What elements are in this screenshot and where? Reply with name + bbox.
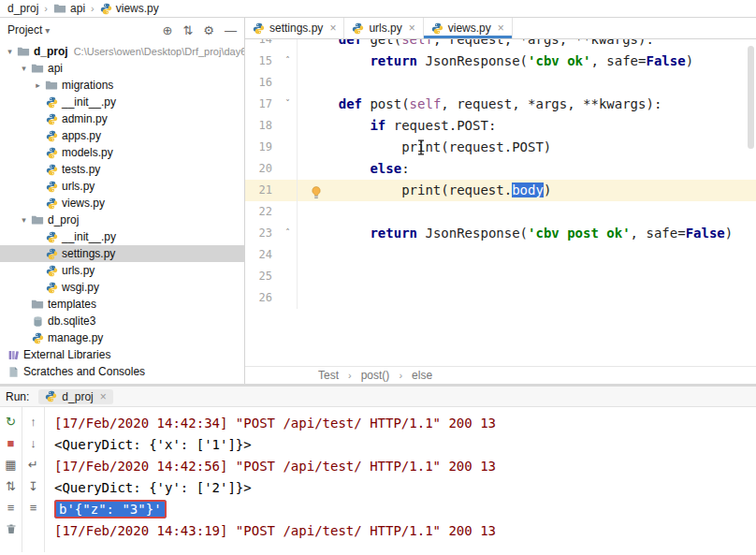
- editor-tab-settings.py[interactable]: settings.py×: [245, 18, 344, 38]
- close-icon[interactable]: ×: [100, 390, 107, 403]
- line-number[interactable]: 25: [245, 266, 279, 287]
- editor-tab-urls.py[interactable]: urls.py×: [344, 18, 423, 38]
- clear-all-icon[interactable]: [6, 523, 17, 536]
- down-stack-trace-icon[interactable]: ↓: [30, 437, 36, 449]
- nav-crumb-views.py[interactable]: views.py: [98, 2, 161, 15]
- tree-item-Scratches-and-Consoles[interactable]: Scratches and Consoles: [0, 363, 244, 380]
- console-output[interactable]: [17/Feb/2020 14:42:34] "POST /api/test/ …: [45, 407, 756, 552]
- code-line-26[interactable]: 26: [245, 287, 756, 309]
- code-line-16[interactable]: 16: [245, 72, 756, 94]
- tree-item-tests.py[interactable]: tests.py: [0, 161, 244, 178]
- close-icon[interactable]: ×: [498, 22, 504, 35]
- code-line-24[interactable]: 24: [245, 244, 756, 266]
- print-icon[interactable]: ≡: [30, 502, 37, 514]
- editor-scrollbar[interactable]: [748, 46, 754, 149]
- up-stack-trace-icon[interactable]: ↑: [30, 416, 36, 428]
- chevron-down-icon[interactable]: ▾: [45, 25, 50, 36]
- line-number[interactable]: 16: [245, 72, 279, 94]
- code-text[interactable]: def get(self, request, *args, **kwargs):: [298, 39, 654, 51]
- locate-icon[interactable]: ⊕: [163, 24, 173, 37]
- chevron-collapsed-icon[interactable]: ▸: [32, 80, 44, 90]
- run-tab[interactable]: d_proj ×: [38, 389, 112, 404]
- close-icon[interactable]: ×: [409, 22, 415, 35]
- code-line-21[interactable]: 21 print(request.body): [245, 180, 756, 201]
- fold-marker-icon[interactable]: ˇ: [279, 94, 298, 115]
- breadcrumb-post[interactable]: post(): [357, 369, 394, 382]
- chevron-expanded-icon[interactable]: ▾: [4, 47, 16, 56]
- line-number[interactable]: 18: [245, 115, 279, 137]
- line-number[interactable]: 20: [245, 158, 279, 180]
- tree-item-d_proj[interactable]: ▾d_proj: [0, 212, 244, 228]
- code-text[interactable]: if request.POST:: [298, 115, 496, 137]
- soft-wrap-icon[interactable]: ↵: [28, 459, 38, 471]
- code-editor[interactable]: 14 def get(self, request, *args, **kwarg…: [245, 39, 756, 366]
- code-line-20[interactable]: 20 else:: [245, 158, 756, 180]
- fold-marker-icon[interactable]: ˆ: [279, 51, 298, 72]
- tree-item-__init__.py[interactable]: __init__.py: [0, 94, 244, 110]
- tree-item-models.py[interactable]: models.py: [0, 144, 244, 161]
- code-text[interactable]: [298, 201, 307, 223]
- fold-marker-icon[interactable]: ˆ: [279, 223, 298, 244]
- tree-item-settings.py[interactable]: settings.py: [0, 245, 244, 262]
- tree-item-urls.py[interactable]: urls.py: [0, 262, 244, 279]
- line-number[interactable]: 21: [245, 180, 279, 201]
- history-icon[interactable]: ⇅: [6, 480, 16, 492]
- editor-tab-views.py[interactable]: views.py×: [424, 18, 513, 38]
- nav-crumb-d_proj[interactable]: d_proj: [6, 2, 40, 15]
- code-text[interactable]: else:: [298, 158, 410, 180]
- tree-item-__init__.py[interactable]: __init__.py: [0, 228, 244, 245]
- hide-icon[interactable]: —: [225, 24, 237, 37]
- tree-item-admin.py[interactable]: admin.py: [0, 110, 244, 127]
- rerun-icon[interactable]: ↻: [6, 416, 16, 428]
- code-line-23[interactable]: 23ˆ return JsonResponse('cbv post ok', s…: [245, 223, 756, 244]
- tree-item-apps.py[interactable]: apps.py: [0, 127, 244, 144]
- code-text[interactable]: print(request.body): [298, 180, 551, 201]
- chevron-expanded-icon[interactable]: ▾: [18, 215, 30, 225]
- code-line-14[interactable]: 14 def get(self, request, *args, **kwarg…: [245, 39, 756, 51]
- code-line-18[interactable]: 18 if request.POST:: [245, 115, 756, 137]
- selected-text[interactable]: body: [512, 183, 544, 197]
- tree-item-migrations[interactable]: ▸migrations: [0, 77, 244, 94]
- tree-item-urls.py[interactable]: urls.py: [0, 178, 244, 195]
- chevron-expanded-icon[interactable]: ▾: [18, 64, 30, 73]
- line-number[interactable]: 14: [245, 39, 279, 51]
- line-number[interactable]: 24: [245, 244, 279, 266]
- code-text[interactable]: [298, 244, 307, 266]
- line-number[interactable]: 17: [245, 94, 279, 115]
- code-text[interactable]: [298, 287, 307, 309]
- code-line-15[interactable]: 15ˆ return JsonResponse('cbv ok', safe=F…: [245, 51, 756, 72]
- tree-item-External-Libraries[interactable]: External Libraries: [0, 346, 244, 363]
- tree-item-views.py[interactable]: views.py: [0, 195, 244, 212]
- options-icon[interactable]: ≡: [7, 502, 15, 514]
- line-number[interactable]: 15: [245, 51, 279, 72]
- line-number[interactable]: 22: [245, 201, 279, 223]
- breadcrumb-Test[interactable]: Test: [314, 369, 342, 382]
- tree-item-db.sqlite3[interactable]: db.sqlite3: [0, 313, 244, 329]
- code-line-25[interactable]: 25: [245, 266, 756, 287]
- code-text[interactable]: [298, 266, 307, 287]
- line-number[interactable]: 26: [245, 287, 279, 309]
- restore-layout-icon[interactable]: ▦: [5, 459, 16, 471]
- line-number[interactable]: 23: [245, 223, 279, 244]
- code-text[interactable]: return JsonResponse('cbv ok', safe=False…: [298, 51, 693, 72]
- nav-crumb-api[interactable]: api: [51, 2, 87, 15]
- collapse-all-icon[interactable]: ⇅: [182, 24, 193, 37]
- gear-icon[interactable]: ⚙: [203, 24, 214, 37]
- code-line-19[interactable]: 19 print(request.POST): [245, 137, 756, 158]
- tree-item-api[interactable]: ▾api: [0, 60, 244, 77]
- code-line-17[interactable]: 17ˇ def post(self, request, *args, **kwa…: [245, 94, 756, 115]
- code-text[interactable]: [298, 72, 307, 94]
- tree-item-templates[interactable]: templates: [0, 296, 244, 313]
- breadcrumb-else[interactable]: else: [408, 369, 436, 382]
- close-icon[interactable]: ×: [329, 22, 336, 35]
- code-text[interactable]: def post(self, request, *args, **kwargs)…: [298, 94, 662, 115]
- scroll-to-end-icon[interactable]: ↧: [28, 480, 38, 492]
- project-panel-title[interactable]: Project: [7, 23, 42, 37]
- tree-item-wsgi.py[interactable]: wsgi.py: [0, 279, 244, 296]
- tree-item-manage.py[interactable]: manage.py: [0, 329, 244, 346]
- tree-item-d_proj[interactable]: ▾d_projC:\Users\owen\Desktop\Drf_proj\da…: [0, 43, 244, 60]
- code-line-22[interactable]: 22: [245, 201, 756, 223]
- stop-icon[interactable]: ■: [7, 437, 15, 449]
- code-text[interactable]: return JsonResponse('cbv post ok', safe=…: [298, 223, 733, 244]
- line-number[interactable]: 19: [245, 137, 279, 158]
